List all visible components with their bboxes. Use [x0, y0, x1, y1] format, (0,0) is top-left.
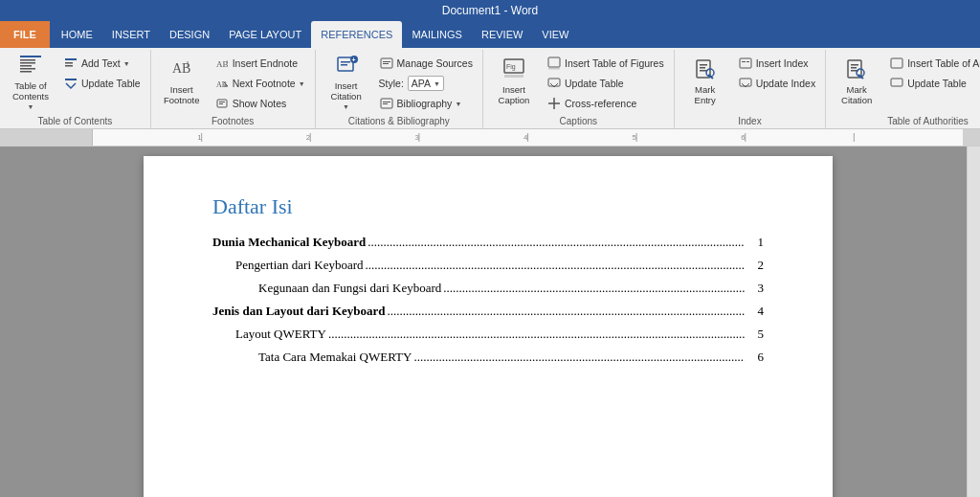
toc-entry: Layout QWERTY...........................…: [212, 327, 764, 342]
tab-design[interactable]: DESIGN: [160, 21, 219, 48]
authorities-col: Insert Table of Authorities Update Table: [885, 54, 980, 93]
mark-entry-button[interactable]: MarkEntry: [680, 54, 730, 107]
update-index-button[interactable]: Update Index: [734, 74, 819, 93]
style-row: Style: APA ▼: [375, 74, 477, 93]
insert-caption-label: InsertCaption: [499, 84, 530, 105]
cross-reference-label: Cross-reference: [565, 98, 636, 109]
svg-rect-4: [20, 68, 35, 70]
insert-footnote-icon: AB 1: [168, 56, 195, 82]
table-of-contents-icon: [17, 52, 44, 79]
svg-text:AB: AB: [216, 80, 227, 89]
authorities-group-label: Table of Authorities: [826, 116, 980, 126]
tab-insert[interactable]: INSERT: [102, 21, 160, 48]
insert-endnote-button[interactable]: AB1 Insert Endnote: [211, 54, 309, 73]
footnotes-group-label: Footnotes: [151, 116, 315, 126]
svg-rect-5: [20, 71, 32, 73]
svg-rect-48: [851, 67, 857, 69]
toc-entries: Dunia Mechanical Keyboard...............…: [212, 235, 764, 365]
title-text: Document1 - Word: [442, 4, 538, 17]
toc-entry-label: Kegunaan dan Fungsi dari Keyboard: [258, 281, 441, 296]
update-index-icon: [738, 76, 753, 91]
insert-table-of-figures-button[interactable]: Insert Table of Figures: [543, 54, 668, 73]
insert-caption-button[interactable]: Fig InsertCaption: [489, 54, 539, 107]
add-text-button[interactable]: Add Text ▼: [59, 54, 145, 73]
table-of-contents-button[interactable]: Table ofContents ▼: [6, 54, 56, 107]
style-select[interactable]: APA ▼: [408, 76, 444, 91]
toc-entry: Pengertian dari Keyboard................…: [212, 258, 764, 273]
svg-text:4: 4: [523, 133, 527, 141]
manage-sources-label: Manage Sources: [397, 57, 473, 69]
update-table-auth-button[interactable]: Update Table: [885, 74, 980, 93]
update-table-auth-label: Update Table: [907, 78, 967, 89]
tab-review[interactable]: REVIEW: [472, 21, 532, 48]
mark-citation-button[interactable]: MarkCitation: [832, 54, 881, 107]
bibliography-button[interactable]: Bibliography ▼: [375, 94, 477, 113]
svg-rect-28: [383, 103, 388, 104]
insert-endnote-label: Insert Endnote: [233, 57, 298, 69]
table-of-contents-arrow: ▼: [28, 103, 34, 110]
show-notes-label: Show Notes: [233, 98, 287, 109]
insert-table-of-authorities-icon: [889, 56, 904, 71]
update-table-toc-icon: [63, 76, 78, 91]
insert-citation-icon: +: [333, 52, 360, 79]
tab-file[interactable]: FILE: [0, 21, 50, 48]
insert-index-button[interactable]: Insert Index: [734, 54, 819, 73]
svg-text:1: 1: [197, 133, 201, 141]
svg-rect-6: [65, 58, 77, 60]
toc-entry-label: Tata Cara Memakai QWERTY: [258, 350, 412, 365]
update-table-auth-icon: [889, 76, 904, 91]
next-footnote-label: Next Footnote: [233, 78, 296, 89]
svg-rect-45: [740, 79, 751, 86]
svg-rect-1: [20, 59, 35, 61]
update-table-cap-button[interactable]: Update Table: [543, 74, 668, 93]
group-captions: Fig InsertCaption Insert Table of Figure…: [483, 50, 675, 128]
toc-entry-number: 4: [745, 304, 764, 319]
insert-table-of-authorities-button[interactable]: Insert Table of Authorities: [885, 54, 980, 73]
svg-rect-42: [740, 58, 751, 68]
table-of-contents-label: Table ofContents: [12, 80, 49, 102]
doc-left-bar: [0, 147, 10, 497]
svg-rect-39: [700, 67, 705, 69]
svg-text:3: 3: [414, 133, 418, 141]
add-text-label: Add Text: [81, 57, 121, 69]
toc-entry-dots: ........................................…: [386, 304, 745, 319]
insert-citation-button[interactable]: + InsertCitation ▼: [322, 54, 371, 107]
svg-rect-8: [65, 65, 73, 67]
cross-reference-button[interactable]: Cross-reference: [543, 94, 668, 113]
ruler-right-margin: [963, 129, 980, 146]
scroll-bar[interactable]: [967, 147, 980, 497]
ribbon: Table ofContents ▼ Add Text ▼ Update Tab…: [0, 48, 980, 129]
svg-rect-38: [700, 64, 707, 66]
toc-entry-dots: ........................................…: [364, 258, 745, 273]
toc-col: Add Text ▼ Update Table: [59, 54, 145, 93]
update-index-label: Update Index: [756, 78, 815, 89]
toc-entry-label: Layout QWERTY: [235, 327, 326, 342]
toc-entry: Tata Cara Memakai QWERTY................…: [212, 350, 764, 365]
tab-mailings[interactable]: MAILINGS: [402, 21, 472, 48]
next-footnote-button[interactable]: AB Next Footnote ▼: [211, 74, 309, 93]
toc-entry-number: 1: [745, 235, 764, 250]
svg-text:5: 5: [633, 133, 636, 141]
doc-scroll-area[interactable]: Daftar Isi Dunia Mechanical Keyboard....…: [10, 147, 967, 497]
citations-group-label: Citations & Bibliography: [316, 116, 482, 126]
toc-entry-number: 2: [745, 258, 764, 273]
tab-home[interactable]: HOME: [52, 21, 102, 48]
group-citations: + InsertCitation ▼ Manage Sources Style:…: [316, 50, 483, 128]
insert-table-of-figures-icon: [546, 56, 562, 71]
insert-endnote-icon: AB1: [214, 56, 230, 71]
svg-rect-27: [383, 102, 390, 102]
svg-rect-43: [742, 61, 746, 62]
footnotes-col: AB1 Insert Endnote AB Next Footnote ▼ Sh…: [211, 54, 309, 113]
tab-page-layout[interactable]: PAGE LAYOUT: [219, 21, 311, 48]
insert-index-icon: [738, 56, 753, 71]
tab-view[interactable]: VIEW: [532, 21, 578, 48]
manage-sources-button[interactable]: Manage Sources: [375, 54, 477, 73]
insert-index-label: Insert Index: [756, 57, 809, 69]
update-table-toc-button[interactable]: Update Table: [59, 74, 145, 93]
citations-col: Manage Sources Style: APA ▼ Bibliography…: [375, 54, 477, 113]
insert-footnote-button[interactable]: AB 1 InsertFootnote: [157, 54, 207, 107]
next-footnote-icon: AB: [214, 76, 230, 91]
show-notes-button[interactable]: Show Notes: [211, 94, 309, 113]
svg-rect-25: [383, 63, 389, 64]
tab-references[interactable]: REFERENCES: [311, 21, 402, 48]
